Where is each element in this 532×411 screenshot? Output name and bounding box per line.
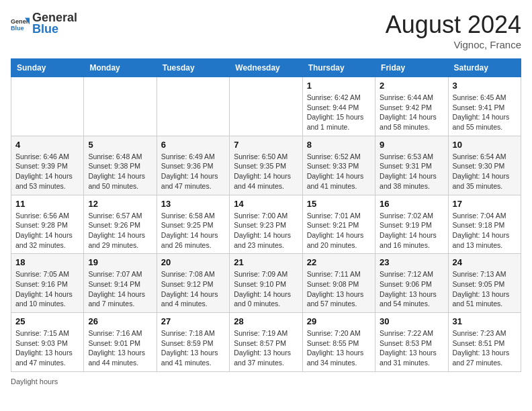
day-cell: 7Sunrise: 6:50 AM Sunset: 9:35 PM Daylig… <box>230 136 302 195</box>
day-number: 19 <box>88 257 152 267</box>
day-number: 11 <box>15 199 79 209</box>
svg-text:Blue: Blue <box>11 25 24 32</box>
day-cell: 14Sunrise: 7:00 AM Sunset: 9:23 PM Dayli… <box>230 195 302 254</box>
day-info: Sunrise: 6:58 AM Sunset: 9:25 PM Dayligh… <box>161 211 225 250</box>
day-cell: 30Sunrise: 7:22 AM Sunset: 8:53 PM Dayli… <box>375 313 448 372</box>
day-number: 14 <box>234 199 298 209</box>
page-header: General Blue General Blue August 2024 Vi… <box>11 11 521 50</box>
day-number: 27 <box>161 316 225 326</box>
day-info: Sunrise: 7:02 AM Sunset: 9:19 PM Dayligh… <box>380 211 443 250</box>
day-cell <box>84 77 157 136</box>
logo-icon: General Blue <box>11 14 30 33</box>
day-cell: 18Sunrise: 7:05 AM Sunset: 9:16 PM Dayli… <box>11 254 84 313</box>
day-info: Sunrise: 7:19 AM Sunset: 8:57 PM Dayligh… <box>234 328 298 368</box>
day-cell: 16Sunrise: 7:02 AM Sunset: 9:19 PM Dayli… <box>375 195 448 254</box>
day-info: Sunrise: 7:01 AM Sunset: 9:21 PM Dayligh… <box>307 211 371 250</box>
day-number: 31 <box>453 316 517 326</box>
weekday-header-thursday: Thursday <box>302 59 375 77</box>
day-number: 16 <box>380 199 443 209</box>
location: Vignoc, France <box>386 39 521 50</box>
daylight-label: Daylight hours <box>11 377 58 385</box>
day-info: Sunrise: 7:07 AM Sunset: 9:14 PM Dayligh… <box>88 269 152 309</box>
day-info: Sunrise: 7:11 AM Sunset: 9:08 PM Dayligh… <box>307 269 371 309</box>
weekday-header-row: SundayMondayTuesdayWednesdayThursdayFrid… <box>11 59 521 77</box>
day-cell: 3Sunrise: 6:45 AM Sunset: 9:41 PM Daylig… <box>448 77 521 136</box>
day-number: 7 <box>234 140 298 150</box>
footer: Daylight hours <box>11 377 521 385</box>
day-number: 3 <box>453 81 517 91</box>
day-cell: 17Sunrise: 7:04 AM Sunset: 9:18 PM Dayli… <box>448 195 521 254</box>
day-cell: 12Sunrise: 6:57 AM Sunset: 9:26 PM Dayli… <box>84 195 157 254</box>
day-number: 28 <box>234 316 298 326</box>
day-info: Sunrise: 6:42 AM Sunset: 9:44 PM Dayligh… <box>307 93 371 132</box>
day-info: Sunrise: 6:45 AM Sunset: 9:41 PM Dayligh… <box>453 93 517 132</box>
day-info: Sunrise: 7:04 AM Sunset: 9:18 PM Dayligh… <box>453 211 517 250</box>
day-info: Sunrise: 6:44 AM Sunset: 9:42 PM Dayligh… <box>380 93 443 132</box>
day-number: 10 <box>453 140 517 150</box>
day-info: Sunrise: 7:15 AM Sunset: 9:03 PM Dayligh… <box>15 328 79 368</box>
day-info: Sunrise: 7:09 AM Sunset: 9:10 PM Dayligh… <box>234 269 298 309</box>
day-number: 13 <box>161 199 225 209</box>
week-row-4: 18Sunrise: 7:05 AM Sunset: 9:16 PM Dayli… <box>11 254 521 313</box>
day-cell: 10Sunrise: 6:54 AM Sunset: 9:30 PM Dayli… <box>448 136 521 195</box>
day-cell: 2Sunrise: 6:44 AM Sunset: 9:42 PM Daylig… <box>375 77 448 136</box>
day-info: Sunrise: 6:57 AM Sunset: 9:26 PM Dayligh… <box>88 211 152 250</box>
weekday-header-saturday: Saturday <box>448 59 521 77</box>
day-info: Sunrise: 7:13 AM Sunset: 9:05 PM Dayligh… <box>453 269 517 309</box>
day-number: 6 <box>161 140 225 150</box>
day-info: Sunrise: 7:18 AM Sunset: 8:59 PM Dayligh… <box>161 328 225 368</box>
day-cell: 21Sunrise: 7:09 AM Sunset: 9:10 PM Dayli… <box>230 254 302 313</box>
day-cell: 28Sunrise: 7:19 AM Sunset: 8:57 PM Dayli… <box>230 313 302 372</box>
day-info: Sunrise: 6:50 AM Sunset: 9:35 PM Dayligh… <box>234 152 298 191</box>
day-info: Sunrise: 7:20 AM Sunset: 8:55 PM Dayligh… <box>307 328 371 368</box>
day-info: Sunrise: 6:49 AM Sunset: 9:36 PM Dayligh… <box>161 152 225 191</box>
day-number: 18 <box>15 257 79 267</box>
day-info: Sunrise: 6:54 AM Sunset: 9:30 PM Dayligh… <box>453 152 517 191</box>
day-cell: 5Sunrise: 6:48 AM Sunset: 9:38 PM Daylig… <box>84 136 157 195</box>
day-cell: 26Sunrise: 7:16 AM Sunset: 9:01 PM Dayli… <box>84 313 157 372</box>
day-number: 12 <box>88 199 152 209</box>
calendar-header: SundayMondayTuesdayWednesdayThursdayFrid… <box>11 59 521 77</box>
day-cell: 27Sunrise: 7:18 AM Sunset: 8:59 PM Dayli… <box>157 313 229 372</box>
day-cell: 22Sunrise: 7:11 AM Sunset: 9:08 PM Dayli… <box>302 254 375 313</box>
day-info: Sunrise: 7:22 AM Sunset: 8:53 PM Dayligh… <box>380 328 443 368</box>
day-info: Sunrise: 6:46 AM Sunset: 9:39 PM Dayligh… <box>15 152 79 191</box>
week-row-1: 1Sunrise: 6:42 AM Sunset: 9:44 PM Daylig… <box>11 77 521 136</box>
day-cell: 31Sunrise: 7:23 AM Sunset: 8:51 PM Dayli… <box>448 313 521 372</box>
weekday-header-monday: Monday <box>84 59 157 77</box>
day-info: Sunrise: 7:05 AM Sunset: 9:16 PM Dayligh… <box>15 269 79 309</box>
day-cell <box>11 77 84 136</box>
day-number: 2 <box>380 81 443 91</box>
day-info: Sunrise: 6:48 AM Sunset: 9:38 PM Dayligh… <box>88 152 152 191</box>
day-info: Sunrise: 6:56 AM Sunset: 9:28 PM Dayligh… <box>15 211 79 250</box>
day-number: 15 <box>307 199 371 209</box>
month-title: August 2024 <box>386 11 521 39</box>
day-info: Sunrise: 6:52 AM Sunset: 9:33 PM Dayligh… <box>307 152 371 191</box>
day-number: 17 <box>453 199 517 209</box>
day-number: 22 <box>307 257 371 267</box>
day-info: Sunrise: 7:08 AM Sunset: 9:12 PM Dayligh… <box>161 269 225 309</box>
day-number: 1 <box>307 81 371 91</box>
day-cell: 25Sunrise: 7:15 AM Sunset: 9:03 PM Dayli… <box>11 313 84 372</box>
day-cell <box>230 77 302 136</box>
calendar-body: 1Sunrise: 6:42 AM Sunset: 9:44 PM Daylig… <box>11 77 521 372</box>
day-info: Sunrise: 7:23 AM Sunset: 8:51 PM Dayligh… <box>453 328 517 368</box>
day-info: Sunrise: 7:16 AM Sunset: 9:01 PM Dayligh… <box>88 328 152 368</box>
week-row-3: 11Sunrise: 6:56 AM Sunset: 9:28 PM Dayli… <box>11 195 521 254</box>
day-cell: 13Sunrise: 6:58 AM Sunset: 9:25 PM Dayli… <box>157 195 229 254</box>
day-cell: 4Sunrise: 6:46 AM Sunset: 9:39 PM Daylig… <box>11 136 84 195</box>
day-number: 25 <box>15 316 79 326</box>
day-number: 29 <box>307 316 371 326</box>
day-cell: 15Sunrise: 7:01 AM Sunset: 9:21 PM Dayli… <box>302 195 375 254</box>
calendar-table: SundayMondayTuesdayWednesdayThursdayFrid… <box>11 58 521 372</box>
weekday-header-sunday: Sunday <box>11 59 84 77</box>
logo: General Blue General Blue <box>11 11 77 36</box>
day-cell: 11Sunrise: 6:56 AM Sunset: 9:28 PM Dayli… <box>11 195 84 254</box>
day-info: Sunrise: 6:53 AM Sunset: 9:31 PM Dayligh… <box>380 152 443 191</box>
day-info: Sunrise: 7:00 AM Sunset: 9:23 PM Dayligh… <box>234 211 298 250</box>
day-cell: 24Sunrise: 7:13 AM Sunset: 9:05 PM Dayli… <box>448 254 521 313</box>
day-cell: 9Sunrise: 6:53 AM Sunset: 9:31 PM Daylig… <box>375 136 448 195</box>
day-cell: 8Sunrise: 6:52 AM Sunset: 9:33 PM Daylig… <box>302 136 375 195</box>
day-number: 4 <box>15 140 79 150</box>
day-info: Sunrise: 7:12 AM Sunset: 9:06 PM Dayligh… <box>380 269 443 309</box>
